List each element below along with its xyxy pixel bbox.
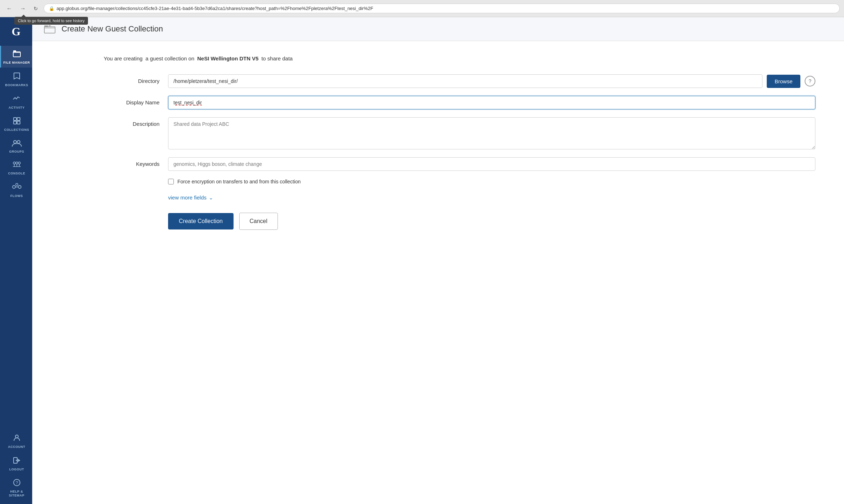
sidebar-item-help-label: HELP & SITEMAP: [3, 490, 31, 498]
view-more-row: view more fields ⌄: [168, 194, 815, 201]
account-icon: [13, 434, 21, 444]
console-icon: [12, 161, 21, 170]
encryption-checkbox[interactable]: [168, 179, 174, 184]
file-manager-icon: [13, 49, 21, 59]
directory-help-button[interactable]: ?: [805, 76, 815, 87]
collections-icon: [13, 117, 21, 127]
info-suffix: a guest collection on: [146, 55, 195, 61]
sidebar-item-collections-label: COLLECTIONS: [4, 128, 29, 132]
keywords-input[interactable]: [168, 157, 815, 171]
forward-tooltip: Click to go forward, hold to see history: [14, 17, 88, 25]
description-control-wrap: [168, 117, 815, 149]
encryption-row: Force encryption on transfers to and fro…: [168, 179, 815, 184]
svg-rect-24: [44, 25, 48, 27]
forward-btn-container: → Click to go forward, hold to see histo…: [18, 4, 28, 13]
sidebar-item-activity[interactable]: ACTIVITY: [0, 91, 32, 113]
forward-btn-container: ←: [4, 4, 14, 13]
svg-rect-2: [14, 118, 16, 120]
sidebar-bottom: ACCOUNT LOGOUT ?: [0, 430, 32, 504]
forward-button[interactable]: →: [18, 4, 28, 13]
svg-point-17: [16, 183, 18, 186]
sidebar-item-console[interactable]: CONSOLE: [0, 157, 32, 178]
sidebar-item-file-manager-label: FILE MANAGER: [3, 61, 30, 65]
keywords-label: Keywords: [104, 157, 168, 167]
app-shell: G FILE MANAGER BOOKMARKS: [0, 17, 844, 504]
svg-text:?: ?: [15, 480, 18, 485]
flows-icon: [12, 183, 21, 193]
info-row: You are creating a guest collection on N…: [104, 55, 815, 61]
collection-name: NeSI Wellington DTN V5: [197, 55, 258, 61]
sidebar-item-console-label: CONSOLE: [8, 172, 25, 176]
svg-point-9: [16, 162, 18, 164]
bookmarks-icon: [13, 72, 21, 82]
browse-button[interactable]: Browse: [767, 75, 800, 88]
groups-icon: [12, 139, 22, 148]
sidebar-item-flows-label: FLOWS: [10, 194, 23, 198]
sidebar-item-bookmarks-label: BOOKMARKS: [5, 83, 28, 87]
svg-rect-1: [13, 50, 16, 52]
info-postfix: to share data: [261, 55, 293, 61]
back-button[interactable]: ←: [4, 4, 14, 13]
sidebar-item-account[interactable]: ACCOUNT: [0, 430, 32, 452]
svg-point-15: [13, 186, 15, 188]
sidebar-item-flows[interactable]: FLOWS: [0, 179, 32, 201]
sidebar-item-logout[interactable]: LOGOUT: [0, 453, 32, 474]
svg-point-6: [14, 140, 16, 143]
address-bar[interactable]: 🔒 app.globus.org/file-manager/collection…: [44, 4, 840, 13]
sidebar-item-file-manager[interactable]: FILE MANAGER: [0, 46, 32, 68]
svg-point-8: [13, 162, 15, 164]
svg-point-16: [18, 186, 21, 188]
keywords-control-wrap: [168, 157, 815, 171]
sidebar-item-activity-label: ACTIVITY: [9, 106, 25, 110]
url-text: app.globus.org/file-manager/collections/…: [57, 6, 373, 11]
svg-rect-3: [17, 118, 20, 120]
encryption-label[interactable]: Force encryption on transfers to and fro…: [177, 179, 301, 184]
display-name-label: Display Name: [104, 96, 168, 105]
description-row: Description: [104, 117, 815, 149]
help-icon: ?: [13, 478, 21, 488]
display-name-control-wrap: [168, 96, 815, 109]
keywords-row: Keywords: [104, 157, 815, 171]
create-collection-button[interactable]: Create Collection: [168, 213, 234, 229]
svg-point-10: [18, 162, 20, 164]
svg-rect-5: [17, 121, 20, 124]
sidebar-item-groups[interactable]: GROUPS: [0, 135, 32, 157]
description-label: Description: [104, 117, 168, 127]
reload-button[interactable]: ↻: [31, 4, 40, 13]
form-area: You are creating a guest collection on N…: [32, 41, 844, 504]
cancel-button[interactable]: Cancel: [239, 213, 278, 230]
sidebar-item-help[interactable]: ? HELP & SITEMAP: [0, 475, 32, 500]
logo-letter: G: [12, 25, 21, 38]
display-name-input[interactable]: [168, 96, 815, 109]
sidebar-item-groups-label: GROUPS: [9, 150, 24, 154]
directory-control-wrap: Browse ?: [168, 74, 815, 88]
activity-icon: [13, 94, 21, 104]
svg-point-18: [15, 435, 18, 438]
directory-row: Directory Browse ?: [104, 74, 815, 88]
browser-bar: ← → Click to go forward, hold to see his…: [0, 0, 844, 17]
sidebar-item-logout-label: LOGOUT: [9, 468, 24, 471]
description-input[interactable]: [168, 117, 815, 149]
page-title: Create New Guest Collection: [62, 24, 163, 34]
sidebar-item-collections[interactable]: COLLECTIONS: [0, 113, 32, 135]
info-prefix: You are creating: [104, 55, 143, 61]
sidebar-item-bookmarks[interactable]: BOOKMARKS: [0, 68, 32, 90]
lock-icon: 🔒: [49, 6, 54, 11]
main-content: Create New Guest Collection You are crea…: [32, 17, 844, 504]
view-more-link[interactable]: view more fields: [168, 194, 207, 201]
sidebar: G FILE MANAGER BOOKMARKS: [0, 17, 32, 504]
logout-icon: [13, 456, 21, 466]
chevron-down-icon: ⌄: [209, 195, 213, 201]
svg-rect-23: [44, 27, 55, 33]
display-name-row: Display Name: [104, 96, 815, 109]
svg-point-7: [17, 140, 20, 143]
action-row: Create Collection Cancel: [168, 213, 815, 230]
directory-input[interactable]: [168, 74, 762, 88]
sidebar-item-account-label: ACCOUNT: [8, 445, 25, 449]
page-header: Create New Guest Collection: [32, 17, 844, 41]
svg-rect-4: [14, 121, 16, 124]
directory-label: Directory: [104, 74, 168, 84]
